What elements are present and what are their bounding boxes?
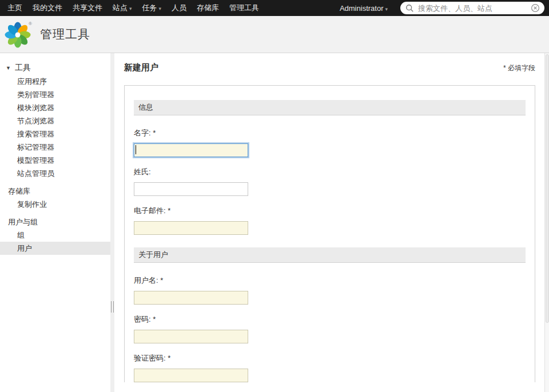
sidebar-section-users-groups: 用户与组 bbox=[0, 216, 110, 229]
first-name-field-wrap bbox=[134, 143, 248, 157]
sidebar-item-category-manager[interactable]: 类别管理器 bbox=[0, 88, 110, 101]
vertical-scrollbar[interactable] bbox=[544, 53, 549, 392]
main-content: 新建用户 * 必填字段 信息 名字: * 姓氏: 电子邮件: * 关于用户 用户… bbox=[114, 53, 544, 392]
admin-tools-page: 主页 我的文件 共享文件 站点▾ 任务▾ 人员 存储库 管理工具 Adminis… bbox=[0, 0, 549, 392]
sidebar-item-node-browser[interactable]: 节点浏览器 bbox=[0, 114, 110, 127]
first-name-input[interactable] bbox=[134, 143, 248, 157]
sidebar-section-tools-label: 工具 bbox=[15, 63, 31, 73]
nav-item-home[interactable]: 主页 bbox=[2, 0, 27, 16]
sidebar-item-groups[interactable]: 组 bbox=[0, 229, 110, 242]
nav-item-sites-label: 站点 bbox=[113, 3, 128, 12]
verify-password-label: 验证密码: * bbox=[134, 353, 526, 363]
nav-item-my-files[interactable]: 我的文件 bbox=[27, 0, 67, 16]
first-name-label: 名字: * bbox=[134, 128, 526, 138]
email-label: 电子邮件: * bbox=[134, 206, 526, 216]
last-name-input[interactable] bbox=[134, 182, 248, 196]
nav-item-repository[interactable]: 存储库 bbox=[192, 0, 224, 16]
caret-down-icon: ▾ bbox=[129, 6, 132, 11]
sidebar-item-module-browser[interactable]: 模块浏览器 bbox=[0, 101, 110, 114]
scrollbar-thumb[interactable] bbox=[546, 54, 549, 323]
page-title: 管理工具 bbox=[40, 26, 90, 42]
email-input[interactable] bbox=[134, 221, 248, 235]
search-icon bbox=[405, 4, 414, 13]
sidebar-item-model-manager[interactable]: 模型管理器 bbox=[0, 154, 110, 167]
body-region: ▼ 工具 应用程序 类别管理器 模块浏览器 节点浏览器 搜索管理器 标记管理器 … bbox=[0, 53, 549, 392]
sidebar-navigation: ▼ 工具 应用程序 类别管理器 模块浏览器 节点浏览器 搜索管理器 标记管理器 … bbox=[0, 53, 110, 392]
user-menu[interactable]: Administrator▾ bbox=[334, 4, 393, 13]
alfresco-logo: ® bbox=[3, 19, 33, 49]
password-input[interactable] bbox=[134, 330, 248, 343]
sidebar-item-site-admin[interactable]: 站点管理员 bbox=[0, 167, 110, 180]
new-user-form: 信息 名字: * 姓氏: 电子邮件: * 关于用户 用户名: * 密码: * 验… bbox=[124, 85, 535, 382]
required-fields-note: * 必填字段 bbox=[503, 63, 535, 73]
sidebar-splitter[interactable] bbox=[110, 53, 114, 392]
user-menu-label: Administrator bbox=[340, 4, 384, 13]
clear-search-icon[interactable] bbox=[531, 3, 540, 13]
nav-item-tasks-label: 任务 bbox=[142, 3, 157, 12]
form-title: 新建用户 bbox=[124, 62, 158, 73]
nav-item-admin-tools[interactable]: 管理工具 bbox=[224, 0, 264, 16]
sidebar-resize-handle[interactable] bbox=[111, 301, 114, 313]
text-cursor bbox=[136, 145, 136, 154]
verify-password-input[interactable] bbox=[134, 369, 248, 382]
section-header-info: 信息 bbox=[134, 100, 526, 115]
top-navigation-bar: 主页 我的文件 共享文件 站点▾ 任务▾ 人员 存储库 管理工具 Adminis… bbox=[0, 0, 549, 16]
nav-item-sites[interactable]: 站点▾ bbox=[108, 0, 137, 17]
username-label: 用户名: * bbox=[134, 275, 526, 286]
sidebar-item-replication-jobs[interactable]: 复制作业 bbox=[0, 198, 110, 211]
caret-down-icon: ▾ bbox=[385, 6, 388, 12]
sidebar-section-repository: 存储库 bbox=[0, 185, 110, 198]
username-input[interactable] bbox=[134, 291, 248, 305]
nav-item-tasks[interactable]: 任务▾ bbox=[137, 0, 167, 17]
nav-item-people[interactable]: 人员 bbox=[166, 0, 192, 16]
global-search-input[interactable] bbox=[418, 4, 531, 13]
global-search-box bbox=[400, 2, 544, 14]
section-header-about-user: 关于用户 bbox=[134, 247, 526, 263]
sidebar-item-users[interactable]: 用户 bbox=[0, 242, 110, 255]
nav-item-shared-files[interactable]: 共享文件 bbox=[67, 0, 108, 16]
sidebar-section-tools[interactable]: ▼ 工具 bbox=[0, 61, 110, 75]
sidebar-item-tag-manager[interactable]: 标记管理器 bbox=[0, 141, 110, 154]
collapse-icon[interactable]: ▼ bbox=[6, 65, 11, 71]
registered-mark: ® bbox=[29, 21, 32, 26]
page-header: ® 管理工具 bbox=[0, 16, 549, 53]
form-header-row: 新建用户 * 必填字段 bbox=[124, 62, 535, 73]
sidebar-item-search-manager[interactable]: 搜索管理器 bbox=[0, 127, 110, 141]
last-name-label: 姓氏: bbox=[134, 167, 526, 177]
password-label: 密码: * bbox=[134, 314, 526, 325]
sidebar-item-application[interactable]: 应用程序 bbox=[0, 75, 110, 88]
nav-right-group: Administrator▾ bbox=[334, 2, 544, 14]
caret-down-icon: ▾ bbox=[159, 6, 162, 11]
